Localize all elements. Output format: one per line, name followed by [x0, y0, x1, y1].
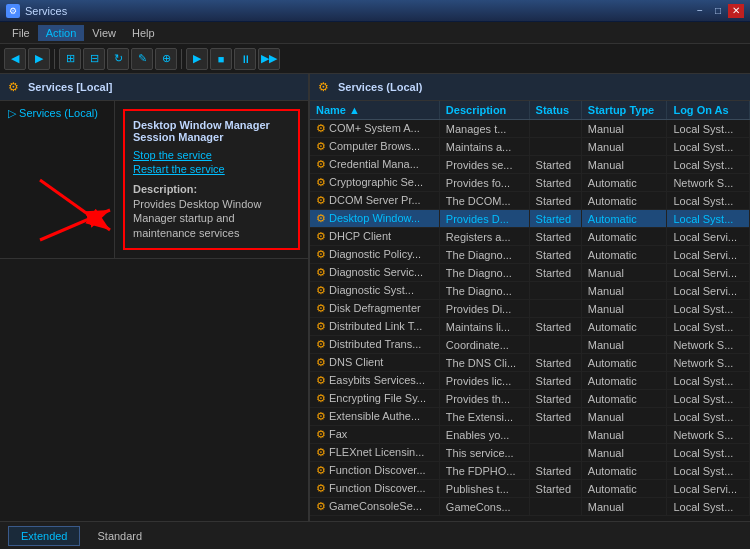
- col-name[interactable]: Name ▲: [310, 101, 439, 120]
- table-row[interactable]: ⚙FLEXnet Licensin...This service...Manua…: [310, 444, 750, 462]
- table-row[interactable]: ⚙Computer Brows...Maintains a...ManualLo…: [310, 138, 750, 156]
- table-row[interactable]: ⚙Function Discover...Publishes t...Start…: [310, 480, 750, 498]
- service-status-cell: Started: [529, 174, 581, 192]
- service-name-cell: ⚙Function Discover...: [310, 480, 439, 498]
- main-content: ⚙ Services [Local] ▷ Services (Local) De…: [0, 74, 750, 521]
- service-startup-cell: Automatic: [581, 480, 667, 498]
- tab-extended[interactable]: Extended: [8, 526, 80, 546]
- service-desc-cell: Provides lic...: [439, 372, 529, 390]
- menu-help[interactable]: Help: [124, 25, 163, 41]
- service-logon-cell: Local Syst...: [667, 210, 750, 228]
- table-row[interactable]: ⚙Cryptographic Se...Provides fo...Starte…: [310, 174, 750, 192]
- table-row[interactable]: ⚙Diagnostic Policy...The Diagno...Starte…: [310, 246, 750, 264]
- col-startup-type[interactable]: Startup Type: [581, 101, 667, 120]
- minimize-button[interactable]: −: [692, 4, 708, 18]
- service-logon-cell: Local Syst...: [667, 444, 750, 462]
- services-table-scroll[interactable]: Name ▲ Description Status Startup Type L…: [310, 101, 750, 518]
- menu-file[interactable]: File: [4, 25, 38, 41]
- service-logon-cell: Local Syst...: [667, 390, 750, 408]
- service-startup-cell: Automatic: [581, 228, 667, 246]
- service-desc-cell: Coordinate...: [439, 336, 529, 354]
- service-desc-cell: The Extensi...: [439, 408, 529, 426]
- tree-sidebar: ▷ Services (Local): [0, 101, 115, 258]
- pause-button[interactable]: ⏸: [234, 48, 256, 70]
- up-button[interactable]: ⊟: [83, 48, 105, 70]
- play-button[interactable]: ▶: [186, 48, 208, 70]
- col-description[interactable]: Description: [439, 101, 529, 120]
- service-desc-cell: Manages t...: [439, 120, 529, 138]
- service-desc-cell: The DCOM...: [439, 192, 529, 210]
- service-name-cell: ⚙Easybits Services...: [310, 372, 439, 390]
- service-startup-cell: Manual: [581, 408, 667, 426]
- selected-service-box: Desktop Window Manager Session Manager S…: [123, 109, 300, 250]
- table-row[interactable]: ⚙GameConsoleSe...GameCons...ManualLocal …: [310, 498, 750, 516]
- service-logon-cell: Local Syst...: [667, 498, 750, 516]
- stop-service-link[interactable]: Stop the service: [133, 149, 290, 161]
- service-name-cell: ⚙Diagnostic Servic...: [310, 264, 439, 282]
- table-row[interactable]: ⚙Credential Mana...Provides se...Started…: [310, 156, 750, 174]
- col-log-on-as[interactable]: Log On As: [667, 101, 750, 120]
- service-desc-cell: Registers a...: [439, 228, 529, 246]
- table-row[interactable]: ⚙Diagnostic Syst...The Diagno...ManualLo…: [310, 282, 750, 300]
- service-status-cell: [529, 138, 581, 156]
- table-row[interactable]: ⚙Easybits Services...Provides lic...Star…: [310, 372, 750, 390]
- service-startup-cell: Automatic: [581, 192, 667, 210]
- service-status-cell: [529, 336, 581, 354]
- service-desc-cell: Provides D...: [439, 210, 529, 228]
- stop-button[interactable]: ■: [210, 48, 232, 70]
- table-row[interactable]: ⚙Diagnostic Servic...The Diagno...Starte…: [310, 264, 750, 282]
- properties-button[interactable]: ⊕: [155, 48, 177, 70]
- table-row[interactable]: ⚙DNS ClientThe DNS Cli...StartedAutomati…: [310, 354, 750, 372]
- left-top-section: ▷ Services (Local) Desktop Window Manage…: [0, 101, 308, 259]
- table-row[interactable]: ⚙Function Discover...The FDPHO...Started…: [310, 462, 750, 480]
- service-startup-cell: Automatic: [581, 246, 667, 264]
- service-name-cell: ⚙Function Discover...: [310, 462, 439, 480]
- description-label: Description:: [133, 183, 290, 195]
- restart-button[interactable]: ▶▶: [258, 48, 280, 70]
- table-row[interactable]: ⚙Distributed Trans...Coordinate...Manual…: [310, 336, 750, 354]
- service-startup-cell: Automatic: [581, 372, 667, 390]
- show-hide-button[interactable]: ⊞: [59, 48, 81, 70]
- service-links: Stop the service Restart the service: [133, 149, 290, 175]
- menu-bar: File Action View Help: [0, 22, 750, 44]
- service-desc-cell: The Diagno...: [439, 282, 529, 300]
- service-startup-cell: Manual: [581, 300, 667, 318]
- table-row[interactable]: ⚙Desktop Window...Provides D...StartedAu…: [310, 210, 750, 228]
- service-name-cell: ⚙COM+ System A...: [310, 120, 439, 138]
- service-desc-cell: Enables yo...: [439, 426, 529, 444]
- table-row[interactable]: ⚙Extensible Authe...The Extensi...Starte…: [310, 408, 750, 426]
- table-row[interactable]: ⚙Distributed Link T...Maintains li...Sta…: [310, 318, 750, 336]
- service-startup-cell: Manual: [581, 120, 667, 138]
- service-status-cell: [529, 444, 581, 462]
- refresh-button[interactable]: ↻: [107, 48, 129, 70]
- table-row[interactable]: ⚙Disk DefragmenterProvides Di...ManualLo…: [310, 300, 750, 318]
- menu-action[interactable]: Action: [38, 25, 85, 41]
- service-detail-panel: Desktop Window Manager Session Manager S…: [115, 101, 308, 258]
- service-status-cell: Started: [529, 390, 581, 408]
- table-row[interactable]: ⚙DCOM Server Pr...The DCOM...StartedAuto…: [310, 192, 750, 210]
- service-name-cell: ⚙Diagnostic Policy...: [310, 246, 439, 264]
- service-name-cell: ⚙Distributed Trans...: [310, 336, 439, 354]
- service-logon-cell: Local Servi...: [667, 282, 750, 300]
- table-row[interactable]: ⚙FaxEnables yo...ManualNetwork S...: [310, 426, 750, 444]
- restart-service-link[interactable]: Restart the service: [133, 163, 290, 175]
- back-button[interactable]: ◀: [4, 48, 26, 70]
- service-name-cell: ⚙Extensible Authe...: [310, 408, 439, 426]
- service-desc-cell: This service...: [439, 444, 529, 462]
- table-row[interactable]: ⚙Encrypting File Sy...Provides th...Star…: [310, 390, 750, 408]
- forward-button[interactable]: ▶: [28, 48, 50, 70]
- service-name-cell: ⚙DHCP Client: [310, 228, 439, 246]
- service-name-cell: ⚙Encrypting File Sy...: [310, 390, 439, 408]
- tab-standard[interactable]: Standard: [84, 526, 155, 546]
- col-status[interactable]: Status: [529, 101, 581, 120]
- service-startup-cell: Automatic: [581, 390, 667, 408]
- maximize-button[interactable]: □: [710, 4, 726, 18]
- service-startup-cell: Manual: [581, 138, 667, 156]
- service-logon-cell: Local Servi...: [667, 228, 750, 246]
- table-row[interactable]: ⚙COM+ System A...Manages t...ManualLocal…: [310, 120, 750, 138]
- menu-view[interactable]: View: [84, 25, 124, 41]
- table-row[interactable]: ⚙DHCP ClientRegisters a...StartedAutomat…: [310, 228, 750, 246]
- close-button[interactable]: ✕: [728, 4, 744, 18]
- tree-item-services[interactable]: ▷ Services (Local): [4, 105, 110, 122]
- export-button[interactable]: ✎: [131, 48, 153, 70]
